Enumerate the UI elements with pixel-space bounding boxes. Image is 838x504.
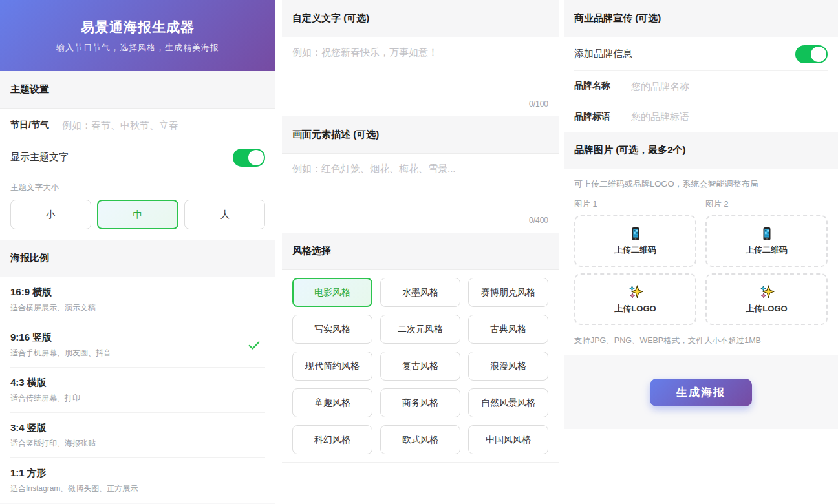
section-theme-settings: 主题设置 — [0, 71, 275, 109]
style-button-scifi[interactable]: 科幻风格 — [292, 425, 372, 454]
size-button-large[interactable]: 大 — [184, 200, 265, 229]
style-button-movie[interactable]: 电影风格 — [292, 278, 372, 307]
upload-slot-1: 图片 1 上传二维码 — [574, 199, 696, 325]
style-button-european[interactable]: 欧式风格 — [380, 425, 460, 454]
ratio-option-1-1[interactable]: 1:1 方形 适合Instagram、微博头图、正方展示 — [10, 458, 265, 503]
style-button-childlike[interactable]: 童趣风格 — [292, 388, 372, 417]
upload-logo-button-2[interactable]: 上传LOGO — [705, 273, 828, 325]
ratio-option-16-9[interactable]: 16:9 横版 适合横屏展示、演示文稿 — [10, 277, 265, 322]
brand-slogan-label: 品牌标语 — [574, 111, 631, 123]
show-theme-text-toggle[interactable] — [233, 149, 265, 167]
size-button-small[interactable]: 小 — [10, 200, 91, 229]
show-theme-text-label: 显示主题文字 — [10, 151, 233, 163]
generate-panel: 生成海报 — [564, 355, 838, 429]
style-button-nature[interactable]: 自然风景风格 — [468, 388, 548, 417]
style-button-business[interactable]: 商务风格 — [380, 388, 460, 417]
brand-images-hint: 可上传二维码或品牌LOGO，系统会智能调整布局 — [564, 169, 838, 190]
style-button-chinese[interactable]: 中国风风格 — [468, 425, 548, 454]
format-note: 支持JPG、PNG、WEBP格式，文件大小不超过1MB — [564, 325, 838, 346]
qr-phone-icon — [760, 227, 774, 241]
app-header: 易景通海报生成器 输入节日节气，选择风格，生成精美海报 — [0, 0, 275, 71]
section-poster-ratio: 海报比例 — [0, 240, 275, 277]
festival-label: 节日/节气 — [10, 120, 62, 131]
festival-input[interactable] — [62, 120, 265, 131]
qr-phone-icon — [628, 227, 643, 241]
sparkles-icon — [628, 284, 643, 300]
generate-poster-button[interactable]: 生成海报 — [650, 379, 752, 406]
add-brand-info-toggle[interactable] — [795, 45, 828, 63]
brand-slogan-input[interactable] — [631, 111, 828, 122]
page-subtitle: 输入节日节气，选择风格，生成精美海报 — [0, 42, 275, 54]
style-button-retro[interactable]: 复古风格 — [380, 352, 460, 381]
style-grid: 电影风格 水墨风格 赛博朋克风格 写实风格 二次元风格 古典风格 现代简约风格 … — [282, 270, 559, 463]
check-icon — [247, 338, 261, 352]
sparkles-icon — [759, 284, 775, 300]
section-style-select: 风格选择 — [282, 233, 559, 270]
upload-qr-button-1[interactable]: 上传二维码 — [574, 215, 696, 267]
panel-text-style: 自定义文字 (可选) 0/100 画面元素描述 (可选) 0/400 风格选择 … — [282, 0, 559, 504]
festival-row: 节日/节气 — [10, 109, 265, 142]
section-elements-desc: 画面元素描述 (可选) — [282, 116, 559, 154]
upload-slot-2: 图片 2 上传二维码 — [705, 199, 828, 325]
custom-text-block: 0/100 — [282, 37, 559, 116]
elements-desc-counter: 0/400 — [529, 216, 548, 225]
panel-theme: 易景通海报生成器 输入节日节气，选择风格，生成精美海报 主题设置 节日/节气 显… — [0, 0, 275, 504]
upload-area: 图片 1 上传二维码 — [564, 190, 838, 325]
custom-text-counter: 0/100 — [529, 100, 548, 109]
upload-logo-button-1[interactable]: 上传LOGO — [574, 273, 696, 325]
brand-name-input[interactable] — [631, 81, 828, 92]
ratio-option-3-4[interactable]: 3:4 竖版 适合竖版打印、海报张贴 — [10, 413, 265, 458]
brand-slogan-row: 品牌标语 — [574, 101, 828, 132]
style-button-cyberpunk[interactable]: 赛博朋克风格 — [468, 278, 548, 307]
add-brand-info-label: 添加品牌信息 — [574, 48, 795, 60]
style-button-anime[interactable]: 二次元风格 — [380, 315, 460, 344]
show-theme-text-row: 显示主题文字 — [10, 142, 265, 173]
elements-desc-block: 0/400 — [282, 154, 559, 233]
add-brand-info-row: 添加品牌信息 — [574, 37, 828, 71]
style-button-realistic[interactable]: 写实风格 — [292, 315, 372, 344]
upload-slot-2-label: 图片 2 — [705, 199, 828, 210]
page-title: 易景通海报生成器 — [0, 18, 275, 36]
custom-text-input[interactable] — [282, 37, 559, 100]
upload-slot-1-label: 图片 1 — [574, 199, 696, 210]
section-custom-text: 自定义文字 (可选) — [282, 0, 559, 37]
style-button-romantic[interactable]: 浪漫风格 — [468, 352, 548, 381]
brand-name-label: 品牌名称 — [574, 80, 631, 92]
panel-brand: 商业品牌宣传 (可选) 添加品牌信息 品牌名称 品牌标语 品牌图片 (可选，最多… — [564, 0, 838, 504]
section-brand-promo: 商业品牌宣传 (可选) — [564, 0, 838, 37]
brand-name-row: 品牌名称 — [574, 71, 828, 101]
ratio-option-4-3[interactable]: 4:3 横版 适合传统屏幕、打印 — [10, 368, 265, 413]
ratio-option-9-16[interactable]: 9:16 竖版 适合手机屏幕、朋友圈、抖音 — [10, 322, 265, 368]
size-button-medium[interactable]: 中 — [97, 200, 179, 229]
section-brand-images: 品牌图片 (可选，最多2个) — [564, 132, 838, 169]
style-button-modern-minimal[interactable]: 现代简约风格 — [292, 352, 372, 381]
theme-text-size-label: 主题文字大小 — [10, 182, 265, 193]
elements-desc-input[interactable] — [282, 154, 559, 216]
upload-qr-button-2[interactable]: 上传二维码 — [705, 215, 828, 267]
style-button-classical[interactable]: 古典风格 — [468, 315, 548, 344]
style-button-ink[interactable]: 水墨风格 — [380, 278, 460, 307]
theme-text-size-block: 主题文字大小 小 中 大 — [0, 173, 275, 240]
